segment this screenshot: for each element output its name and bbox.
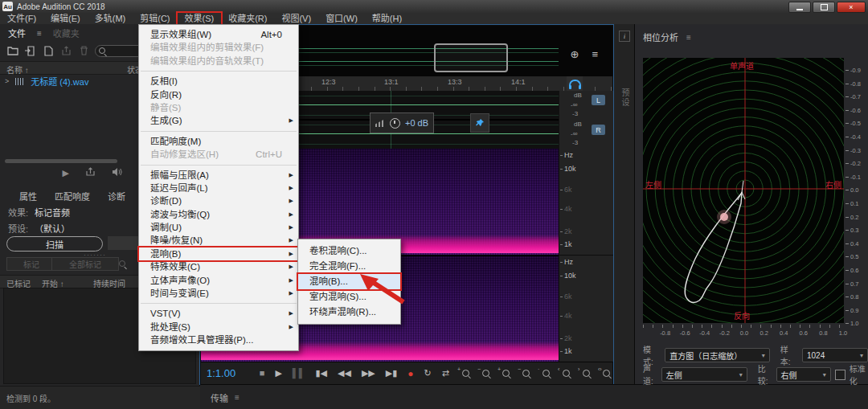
tab-properties[interactable]: 属性 <box>19 190 37 202</box>
effects-menu-item-23[interactable]: VST(V)▶ <box>139 307 298 320</box>
normalize-checkbox[interactable] <box>835 370 845 380</box>
menu-item-label: 时间与变调(E) <box>150 287 209 300</box>
menubar-item-favorites[interactable]: 收藏夹(R) <box>221 13 274 24</box>
channel-select[interactable]: 左侧▾ <box>661 367 747 382</box>
effects-menu-item-18[interactable]: 混响(B)▶ <box>139 247 298 260</box>
effects-menu-item-16[interactable]: 调制(U)▶ <box>139 221 298 234</box>
panel-menu-icon[interactable]: ≡ <box>235 393 240 402</box>
menu-item-label: 生成(G) <box>150 114 182 127</box>
menubar-item-view[interactable]: 视图(V) <box>274 13 318 24</box>
effects-menu-item-5[interactable]: 反向(R) <box>139 88 298 101</box>
preview-play-icon[interactable]: ▶ <box>63 168 69 178</box>
reverb-submenu-item-4[interactable]: 环绕声混响(R)... <box>298 305 400 320</box>
zoom-reset-icon[interactable]: · <box>541 368 552 379</box>
fast-forward-button[interactable]: ▶▶ <box>362 369 375 378</box>
effects-menu-item-9[interactable]: 匹配响度(M) <box>139 135 298 148</box>
effects-menu-item-13[interactable]: 延迟与回声(L)▶ <box>139 182 298 194</box>
effects-menu-item-24[interactable]: 批处理(S)▶ <box>139 321 298 333</box>
freq-tick-label: 1k <box>564 240 572 248</box>
effects-menu-item-20[interactable]: 立体声声像(O)▶ <box>139 274 298 287</box>
phase-y-tick: 0.5 <box>850 253 858 260</box>
effects-menu-item-7[interactable]: 生成(G)▶ <box>139 114 298 127</box>
frequency-scale-right: Hz10k6k4k2k1k <box>559 256 613 362</box>
reverb-submenu-item-2[interactable]: 混响(B)... <box>298 274 400 289</box>
menubar-item-help[interactable]: 帮助(H) <box>365 13 409 24</box>
panel-menu-icon[interactable]: ≡ <box>37 29 42 38</box>
reverb-submenu-item-3[interactable]: 室内混响(S)... <box>298 289 400 305</box>
restore-button[interactable] <box>813 2 835 13</box>
play-button[interactable]: ▶ <box>275 369 281 378</box>
reverb-submenu-item-0[interactable]: 卷积混响(C)... <box>298 243 400 259</box>
menubar-item-effects[interactable]: 效果(S) <box>178 13 222 24</box>
zoom-in-time-icon[interactable]: + <box>501 368 512 379</box>
effects-menu-item-15[interactable]: 滤波与均衡(Q)▶ <box>139 208 298 221</box>
phase-graph[interactable]: 单声道 左侧 右侧 反向 <box>643 58 844 323</box>
monitor-box[interactable] <box>567 76 583 91</box>
channel-right-button[interactable]: R <box>592 125 605 135</box>
effects-menu-item-17[interactable]: 降噪/恢复(N)▶ <box>139 234 298 247</box>
tab-files[interactable]: 文件 <box>8 27 26 39</box>
tab-diagnostics[interactable]: 诊断 <box>108 190 125 202</box>
minimize-button[interactable] <box>788 2 811 13</box>
window-title: Adobe Audition CC 2018 <box>17 2 105 11</box>
preset-select[interactable]: 预设: （默认） ▾ <box>8 222 70 235</box>
effects-menu-item-12[interactable]: 振幅与压限(A)▶ <box>139 169 298 182</box>
phase-panel-title: 相位分析 <box>643 31 678 43</box>
search-input[interactable] <box>95 45 145 57</box>
effects-menu-item-25[interactable]: 音频增效工具管理器(P)... <box>139 333 298 346</box>
reverb-submenu-item-1[interactable]: 完全混响(F)... <box>298 259 400 274</box>
mode-select[interactable]: 直方图（日志缩放）▾ <box>665 348 770 362</box>
new-item-icon[interactable] <box>42 45 55 56</box>
skip-to-start-button[interactable]: ▮◀ <box>315 369 327 378</box>
rewind-button[interactable]: ◀◀ <box>338 369 351 378</box>
menubar-item-window[interactable]: 窗口(W) <box>318 13 365 24</box>
zoom-in-right-selection-icon[interactable]: › <box>581 368 592 379</box>
zoom-out-time-icon[interactable]: − <box>521 368 532 379</box>
panel-menu-icon[interactable]: ≡ <box>686 33 691 42</box>
expand-chevron-icon[interactable]: > <box>5 77 9 85</box>
overview-selection[interactable] <box>434 43 508 72</box>
skip-selection-button[interactable]: ⇄ <box>442 369 449 378</box>
open-folder-icon[interactable] <box>6 45 19 56</box>
menubar-item-edit[interactable]: 编辑(E) <box>43 13 88 24</box>
samples-select[interactable]: 1024▾ <box>802 348 868 362</box>
record-button[interactable]: ● <box>407 369 413 378</box>
zoom-in-left-selection-icon[interactable]: ‹ <box>561 368 572 379</box>
menubar-item-multitrack[interactable]: 多轨(M) <box>88 13 133 24</box>
autoplay-icon[interactable] <box>85 166 96 180</box>
tab-match-loudness[interactable]: 匹配响度 <box>55 190 90 202</box>
zoom-out-amplitude-icon[interactable]: − <box>481 368 492 379</box>
skip-to-end-button[interactable]: ▶▮ <box>386 369 398 378</box>
speaker-icon[interactable] <box>112 166 122 180</box>
loop-playback-button[interactable]: ↻ <box>424 369 432 378</box>
list-icon[interactable]: ≡ <box>592 48 598 60</box>
selection-time[interactable]: 1:1.00 <box>207 367 252 379</box>
compare-select[interactable]: 右侧▾ <box>776 367 831 382</box>
effects-menu-item-14[interactable]: 诊断(D)▶ <box>139 194 298 207</box>
pin-button[interactable] <box>470 113 489 133</box>
gain-hud[interactable]: +0 dB <box>370 112 434 133</box>
effects-menu-item-19[interactable]: 特殊效果(C)▶ <box>139 260 298 273</box>
stop-button[interactable]: ■ <box>260 369 265 378</box>
presets-collapsed-tab[interactable]: 预设 <box>619 88 631 108</box>
scan-button[interactable]: 扫描 <box>6 236 103 252</box>
menubar-item-file[interactable]: 文件(F) <box>0 13 43 24</box>
pan-icon[interactable]: ⊕ <box>571 48 579 60</box>
import-file-icon[interactable] <box>24 45 37 56</box>
zoom-in-amplitude-icon[interactable]: + <box>461 368 472 379</box>
effects-menu-item-21[interactable]: 时间与变调(E)▶ <box>139 287 298 300</box>
zoom-to-selection-icon[interactable]: ‹› <box>601 368 612 379</box>
menubar-item-clip[interactable]: 剪辑(C) <box>133 13 177 24</box>
files-hscrollbar[interactable] <box>5 159 117 163</box>
channel-left-button[interactable]: L <box>592 95 605 105</box>
effects-menu-item-0[interactable]: 显示效果组(W)Alt+0 <box>139 28 298 41</box>
phase-y-tick: 0.3 <box>850 227 858 234</box>
pause-button[interactable]: ▌▌ <box>293 369 305 378</box>
close-button[interactable]: × <box>837 2 866 13</box>
effect-select[interactable]: 效果: 标记音频 ▾ <box>8 206 70 219</box>
filter-search-icon <box>119 260 125 267</box>
info-icon[interactable]: i <box>619 31 630 42</box>
effects-menu-item-4[interactable]: 反相(I) <box>139 75 298 88</box>
tab-favorites[interactable]: 收藏夹 <box>53 27 80 39</box>
menu-item-label: 音频增效工具管理器(P)... <box>150 333 253 346</box>
